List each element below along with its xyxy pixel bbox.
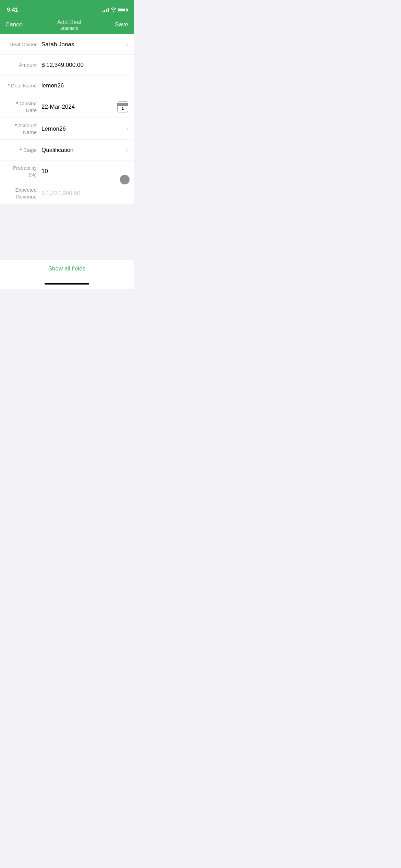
- value-stage: Qualification: [41, 147, 123, 154]
- home-indicator: [0, 278, 134, 289]
- form-row-deal-name[interactable]: * Deal Namelemon26: [0, 75, 134, 96]
- label-account-name: * Account Name: [5, 122, 41, 135]
- value-closing-date: 22-Mar-2024: [41, 104, 114, 110]
- label-stage: * Stage: [5, 147, 41, 154]
- status-bar: 9:41: [0, 0, 134, 15]
- cancel-button[interactable]: Cancel: [5, 21, 24, 28]
- calendar-icon[interactable]: 1: [117, 101, 128, 112]
- form-row-amount[interactable]: Amount$ 12,349,000.00: [0, 55, 134, 75]
- chevron-right-icon: ›: [126, 146, 128, 154]
- chevron-right-icon: ›: [126, 125, 128, 132]
- show-all-fields-button[interactable]: Show all fields: [0, 259, 134, 278]
- nav-center: Add Deal Standard: [57, 19, 81, 31]
- label-expected-revenue: Expected Revenue: [5, 186, 41, 200]
- nav-title: Add Deal: [57, 19, 81, 26]
- value-account-name: Lemon26: [41, 125, 123, 132]
- label-closing-date: * Closing Date: [5, 100, 41, 113]
- status-time: 9:41: [7, 7, 18, 13]
- wifi-icon: [111, 7, 116, 13]
- form-row-expected-revenue[interactable]: Expected Revenue$ 1,234,900.00: [0, 182, 134, 204]
- nav-bar: Cancel Add Deal Standard Save: [0, 15, 134, 34]
- label-deal-owner: Deal Owner: [5, 41, 41, 48]
- form-row-stage[interactable]: * StageQualification›: [0, 140, 134, 160]
- home-bar: [45, 283, 89, 285]
- nav-subtitle: Standard: [57, 26, 81, 31]
- label-amount: Amount: [5, 62, 41, 69]
- form-row-probability[interactable]: Probability (%)10: [0, 160, 134, 182]
- scroll-indicator: [120, 175, 130, 184]
- chevron-right-icon: ›: [126, 41, 128, 48]
- form-container: Deal OwnerSarah Jonas›Amount$ 12,349,000…: [0, 34, 134, 204]
- label-deal-name: * Deal Name: [5, 82, 41, 89]
- signal-icon: [102, 8, 109, 12]
- value-deal-name: lemon26: [41, 82, 128, 89]
- value-expected-revenue: $ 1,234,900.00: [41, 190, 128, 197]
- form-row-closing-date[interactable]: * Closing Date22-Mar-2024 1: [0, 96, 134, 118]
- status-icons: [102, 7, 127, 13]
- battery-icon: [118, 8, 127, 12]
- value-deal-owner: Sarah Jonas: [41, 41, 123, 48]
- bottom-container: Show all fields: [0, 259, 134, 289]
- label-probability: Probability (%): [5, 165, 41, 178]
- form-row-account-name[interactable]: * Account NameLemon26›: [0, 118, 134, 140]
- show-all-label: Show all fields: [48, 265, 86, 272]
- form-row-deal-owner[interactable]: Deal OwnerSarah Jonas›: [0, 34, 134, 55]
- value-amount: $ 12,349,000.00: [41, 62, 128, 69]
- save-button[interactable]: Save: [115, 21, 128, 28]
- value-probability: 10: [41, 168, 128, 175]
